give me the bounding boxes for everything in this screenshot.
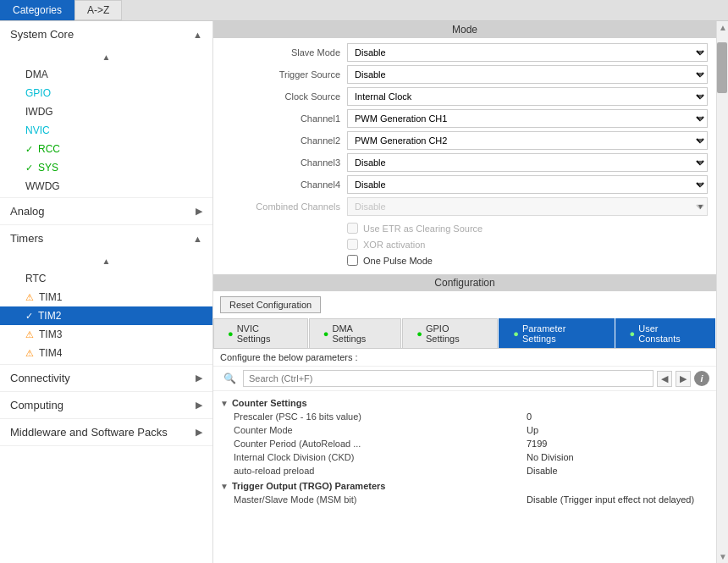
- search-prev-button[interactable]: ◀: [657, 371, 672, 387]
- search-input[interactable]: [243, 370, 654, 387]
- channel2-select[interactable]: PWM Generation CH2: [347, 131, 708, 150]
- param-name-counter-mode: Counter Mode: [234, 425, 527, 435]
- channel1-label: Channel1: [222, 113, 340, 124]
- clock-source-label: Clock Source: [222, 91, 340, 102]
- combined-channels-label: Combined Channels: [222, 201, 340, 212]
- trigger-source-select[interactable]: Disable: [347, 65, 708, 84]
- sidebar: System Core ▲ ▲ DMA GPIO IWDG NVIC ✓RCC …: [0, 21, 213, 563]
- reset-config-button[interactable]: Reset Configuration: [220, 296, 321, 313]
- tab-nvic-settings[interactable]: ● NVIC Settings: [213, 318, 308, 348]
- channel4-row: Channel4 Disable: [222, 175, 708, 194]
- sidebar-item-nvic[interactable]: NVIC: [0, 121, 212, 140]
- chevron-right-icon-analog: ▶: [196, 206, 202, 217]
- chevron-right-icon-middleware: ▶: [196, 427, 202, 438]
- combined-channels-select-wrapper: Disable: [347, 197, 708, 216]
- sidebar-item-tim2[interactable]: ✓TIM2: [0, 306, 212, 325]
- param-value-counter-period: 7199: [527, 439, 696, 449]
- combined-channels-select[interactable]: Disable: [347, 197, 708, 216]
- scroll-up-arrow[interactable]: ▲: [0, 49, 212, 65]
- counter-settings-header[interactable]: ▼ Counter Settings: [220, 395, 709, 410]
- channel3-label: Channel3: [222, 157, 340, 168]
- check-icon-user: ●: [630, 328, 636, 339]
- etr-checkbox-row: Use ETR as Clearing Source: [347, 221, 708, 235]
- check-icon-nvic: ●: [228, 328, 234, 339]
- one-pulse-checkbox-row: One Pulse Mode: [347, 253, 708, 268]
- tab-user-constants[interactable]: ● User Constants: [615, 318, 715, 348]
- clock-source-select[interactable]: Internal Clock: [347, 87, 708, 106]
- param-value-counter-mode: Up: [527, 425, 696, 435]
- config-title: Configuration: [213, 274, 716, 291]
- param-row-counter-mode: Counter Mode Up: [220, 423, 709, 437]
- sidebar-section-header-middleware[interactable]: Middleware and Software Packs ▶: [0, 419, 212, 445]
- warn-icon-tim1: ⚠: [25, 292, 34, 303]
- scroll-up-arrow-timers[interactable]: ▲: [0, 253, 212, 269]
- sidebar-item-tim3[interactable]: ⚠TIM3: [0, 325, 212, 344]
- sidebar-section-label-connectivity: Connectivity: [10, 372, 70, 384]
- channel4-select[interactable]: Disable: [347, 175, 708, 194]
- sidebar-item-dma[interactable]: DMA: [0, 65, 212, 84]
- param-value-msm: Disable (Trigger input effect not delaye…: [527, 494, 696, 505]
- combined-channels-row: Combined Channels Disable: [222, 197, 708, 216]
- sidebar-section-header-system-core[interactable]: System Core ▲: [0, 21, 212, 47]
- tab-dma-settings[interactable]: ● DMA Settings: [309, 318, 401, 348]
- sidebar-section-label-middleware: Middleware and Software Packs: [10, 426, 168, 439]
- sidebar-item-iwdg[interactable]: IWDG: [0, 102, 212, 121]
- sidebar-item-rtc[interactable]: RTC: [0, 269, 212, 288]
- sidebar-section-header-analog[interactable]: Analog ▶: [0, 198, 212, 224]
- sidebar-section-connectivity: Connectivity ▶: [0, 365, 212, 392]
- xor-checkbox[interactable]: [347, 239, 358, 250]
- param-row-auto-reload: auto-reload preload Disable: [220, 464, 709, 477]
- right-scrollbar[interactable]: ▲ ▼: [716, 21, 728, 563]
- xor-checkbox-row: XOR activation: [347, 237, 708, 251]
- one-pulse-checkbox[interactable]: [347, 255, 358, 266]
- mode-form: Slave Mode Disable Trigger Source Disabl…: [213, 38, 716, 274]
- channel3-select[interactable]: Disable: [347, 153, 708, 172]
- mode-title: Mode: [213, 21, 716, 38]
- sidebar-section-header-connectivity[interactable]: Connectivity ▶: [0, 365, 212, 391]
- etr-checkbox[interactable]: [347, 223, 358, 234]
- sidebar-section-label-computing: Computing: [10, 399, 63, 411]
- sidebar-section-computing: Computing ▶: [0, 392, 212, 419]
- tab-parameter-settings[interactable]: ● Parameter Settings: [499, 318, 614, 348]
- trigger-source-label: Trigger Source: [222, 69, 340, 80]
- scroll-down-arrow-right[interactable]: ▼: [717, 550, 728, 563]
- config-section: Configuration Reset Configuration ● NVIC…: [213, 274, 716, 563]
- channel1-select[interactable]: PWM Generation CH1: [347, 109, 708, 128]
- search-next-button[interactable]: ▶: [676, 371, 691, 387]
- sidebar-section-header-computing[interactable]: Computing ▶: [0, 392, 212, 418]
- param-row-msm: Master/Slave Mode (MSM bit) Disable (Tri…: [220, 493, 709, 506]
- sidebar-section-analog: Analog ▶: [0, 198, 212, 225]
- scroll-up-arrow-right[interactable]: ▲: [717, 21, 728, 34]
- sidebar-item-tim4[interactable]: ⚠TIM4: [0, 344, 212, 362]
- chevron-right-icon-computing: ▶: [196, 400, 202, 411]
- scroll-thumb[interactable]: [717, 42, 727, 93]
- sidebar-item-wwdg[interactable]: WWDG: [0, 177, 212, 196]
- configure-text: Configure the below parameters :: [213, 349, 716, 367]
- info-icon[interactable]: i: [694, 371, 709, 386]
- check-icon-params: ●: [513, 328, 519, 339]
- trgo-settings-header[interactable]: ▼ Trigger Output (TRGO) Parameters: [220, 477, 709, 493]
- warn-icon-tim4: ⚠: [25, 348, 34, 359]
- sidebar-item-gpio[interactable]: GPIO: [0, 84, 212, 102]
- sidebar-item-tim1[interactable]: ⚠TIM1: [0, 288, 212, 306]
- scroll-track: [717, 34, 728, 550]
- trigger-source-row: Trigger Source Disable: [222, 65, 708, 84]
- sidebar-item-sys[interactable]: ✓SYS: [0, 158, 212, 177]
- slave-mode-row: Slave Mode Disable: [222, 43, 708, 62]
- slave-mode-select-wrapper: Disable: [347, 43, 708, 62]
- sidebar-items-timers: ▲ RTC ⚠TIM1 ✓TIM2 ⚠TIM3 ⚠TIM4: [0, 251, 212, 364]
- slave-mode-label: Slave Mode: [222, 47, 340, 58]
- slave-mode-select[interactable]: Disable: [347, 43, 708, 62]
- tab-atoz[interactable]: A->Z: [74, 0, 122, 20]
- params-area[interactable]: ▼ Counter Settings Prescaler (PSC - 16 b…: [213, 391, 716, 563]
- sidebar-section-timers: Timers ▲ ▲ RTC ⚠TIM1 ✓TIM2 ⚠TIM3 ⚠TIM4: [0, 225, 212, 365]
- sidebar-item-rcc[interactable]: ✓RCC: [0, 140, 212, 158]
- search-icon: 🔍: [220, 371, 240, 386]
- check-icon-tim2: ✓: [25, 311, 33, 322]
- tab-categories[interactable]: Categories: [0, 0, 74, 20]
- collapse-arrow-counter: ▼: [220, 399, 229, 408]
- sidebar-section-header-timers[interactable]: Timers ▲: [0, 225, 212, 251]
- channel3-row: Channel3 Disable: [222, 153, 708, 172]
- tab-gpio-settings[interactable]: ● GPIO Settings: [402, 318, 498, 348]
- sidebar-scroll[interactable]: System Core ▲ ▲ DMA GPIO IWDG NVIC ✓RCC …: [0, 21, 212, 563]
